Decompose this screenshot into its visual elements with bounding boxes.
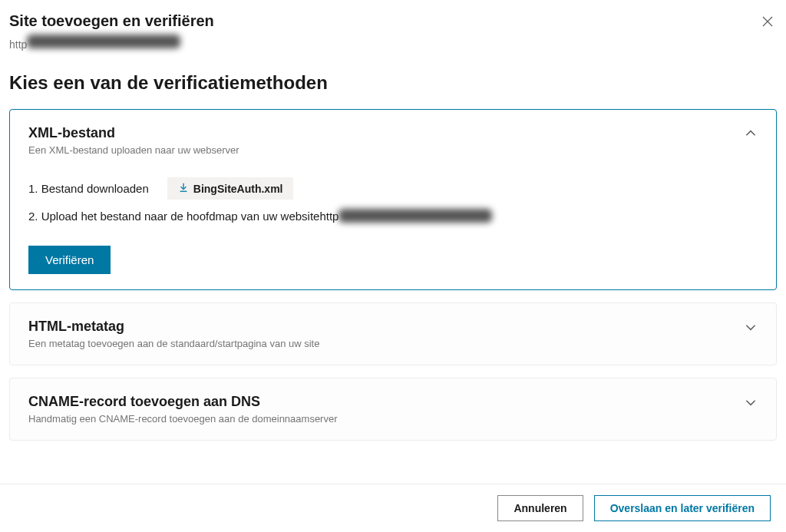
- method-xml-header[interactable]: XML-bestand Een XML-bestand uploaden naa…: [28, 125, 758, 156]
- site-url: http: [9, 35, 214, 51]
- step-upload: 2. Upload het bestand naar de hoofdmap v…: [28, 209, 758, 223]
- verify-button[interactable]: Verifiëren: [28, 246, 111, 274]
- dialog-footer: Annuleren Overslaan en later verifiëren: [0, 484, 786, 532]
- site-url-prefix: http: [9, 38, 27, 51]
- step-upload-text-1: 2. Upload het bestand naar de hoofdmap v…: [28, 210, 319, 223]
- method-cname-title: CNAME-record toevoegen aan DNS: [28, 394, 338, 410]
- chevron-down-icon: [744, 320, 758, 337]
- dialog-header: Site toevoegen en verifiëren http: [9, 12, 777, 72]
- dialog-title: Site toevoegen en verifiëren: [9, 12, 214, 30]
- cancel-button[interactable]: Annuleren: [497, 495, 583, 521]
- method-xml-body: 1. Bestand downloaden BingSiteAuth.xml 2…: [28, 177, 758, 274]
- download-icon: [178, 182, 189, 195]
- method-cname-dns: CNAME-record toevoegen aan DNS Handmatig…: [9, 378, 777, 441]
- step-download: 1. Bestand downloaden BingSiteAuth.xml: [28, 177, 758, 200]
- method-meta-header[interactable]: HTML-metatag Een metatag toevoegen aan d…: [28, 319, 758, 349]
- section-heading: Kies een van de verificatiemethoden: [9, 72, 777, 94]
- method-cname-subtitle: Handmatig een CNAME-record toevoegen aan…: [28, 413, 338, 425]
- chevron-up-icon: [744, 127, 758, 144]
- method-cname-header[interactable]: CNAME-record toevoegen aan DNS Handmatig…: [28, 394, 758, 425]
- redacted-url: [27, 35, 180, 48]
- method-meta-subtitle: Een metatag toevoegen aan de standaard/s…: [28, 338, 319, 349]
- method-html-metatag: HTML-metatag Een metatag toevoegen aan d…: [9, 302, 777, 365]
- close-button[interactable]: [758, 12, 777, 33]
- step-download-text: 1. Bestand downloaden: [28, 182, 149, 195]
- method-xml-file: XML-bestand Een XML-bestand uploaden naa…: [9, 109, 777, 290]
- close-icon: [761, 18, 774, 30]
- download-file-label: BingSiteAuth.xml: [193, 183, 283, 195]
- skip-verify-later-button[interactable]: Overslaan en later verifiëren: [594, 495, 771, 521]
- method-xml-subtitle: Een XML-bestand uploaden naar uw webserv…: [28, 144, 239, 156]
- download-file-button[interactable]: BingSiteAuth.xml: [167, 177, 294, 200]
- chevron-down-icon: [744, 395, 758, 412]
- method-xml-title: XML-bestand: [28, 125, 239, 141]
- redacted-upload-url: [339, 209, 492, 223]
- step-upload-text-2: http: [319, 210, 339, 223]
- method-meta-title: HTML-metatag: [28, 319, 319, 335]
